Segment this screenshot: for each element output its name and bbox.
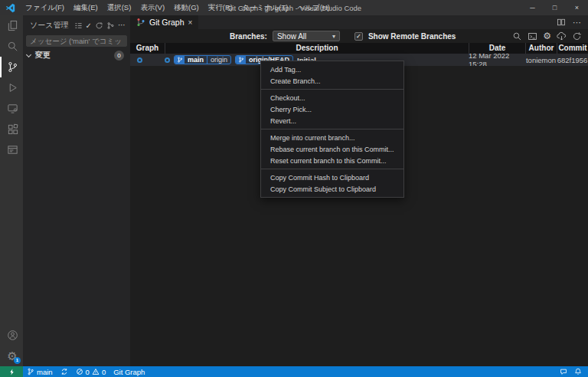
extension-panel-icon[interactable] <box>0 139 23 160</box>
column-description[interactable]: Description <box>165 43 469 54</box>
menu-item-revert[interactable]: Revert... <box>261 115 403 126</box>
dropdown-caret-icon: ▾ <box>332 33 335 40</box>
git-graph-tab-icon <box>136 18 145 27</box>
run-debug-icon[interactable] <box>0 77 23 98</box>
sync-icon <box>60 368 68 375</box>
warnings-icon <box>92 368 100 375</box>
commit-graph-cell <box>130 54 165 66</box>
commit-author: toniemon <box>525 54 557 66</box>
branches-label: Branches: <box>230 32 267 41</box>
git-graph-settings-icon[interactable]: ⚙ <box>543 31 551 41</box>
feedback-icon[interactable] <box>560 368 567 375</box>
menu-view[interactable]: 表示(V) <box>136 0 169 15</box>
more-actions-icon[interactable]: ⋯ <box>118 21 126 29</box>
fetch-remote-icon[interactable] <box>557 31 567 41</box>
status-git-graph[interactable]: Git Graph <box>109 366 149 377</box>
git-graph-toolbar: Branches: Show All ▾ ✓ Show Remote Branc… <box>130 29 588 43</box>
status-bar: main 0 0 Git Graph <box>0 366 588 377</box>
commit-check-icon[interactable]: ✓ <box>86 21 92 30</box>
git-graph-tools: ⚙ <box>512 29 582 43</box>
extensions-icon[interactable] <box>0 119 23 139</box>
commit-node-icon <box>137 57 142 63</box>
branch-ref-main[interactable]: main origin <box>174 55 231 64</box>
menu-go[interactable]: 移動(G) <box>169 0 204 15</box>
head-node-icon <box>165 57 170 63</box>
menu-separator <box>261 89 403 90</box>
menu-item-rebase[interactable]: Rebase current branch on this Commit... <box>261 143 403 155</box>
terminal-icon[interactable] <box>528 31 537 41</box>
branch-icon <box>27 368 34 375</box>
git-graph-action-icon[interactable] <box>106 21 115 30</box>
titlebar: ファイル(F) 編集(E) 選択(S) 表示(V) 移動(G) 実行(R) ター… <box>0 0 588 15</box>
tab-close-icon[interactable]: × <box>188 18 193 27</box>
errors-count: 0 <box>86 368 90 376</box>
menu-file[interactable]: ファイル(F) <box>21 0 69 15</box>
source-control-icon[interactable] <box>0 57 23 77</box>
split-editor-icon[interactable] <box>557 18 566 27</box>
menu-separator <box>261 169 403 169</box>
commit-date: 12 Mar 2022 15:28 <box>469 54 525 66</box>
menu-item-checkout[interactable]: Checkout... <box>261 92 403 103</box>
status-sync[interactable] <box>57 366 72 377</box>
status-git-graph-label: Git Graph <box>113 368 145 376</box>
sidebar-actions: ✓ ⋯ <box>74 21 126 30</box>
show-remote-branches-checkbox[interactable]: ✓ <box>354 32 363 41</box>
refresh-icon[interactable] <box>95 21 103 30</box>
menu-item-copy-hash[interactable]: Copy Commit Hash to Clipboard <box>261 172 403 183</box>
menu-item-reset[interactable]: Reset current branch to this Commit... <box>261 155 403 166</box>
remote-explorer-icon[interactable] <box>0 98 23 119</box>
window-title: Git Graph - git-graph - Visual Studio Co… <box>227 4 361 12</box>
minimize-button[interactable]: ─ <box>521 0 544 15</box>
branch-icon <box>236 55 246 64</box>
refresh-graph-icon[interactable] <box>572 31 582 41</box>
notifications-bell-icon[interactable] <box>574 368 582 375</box>
changes-label: 変更 <box>35 50 51 61</box>
sidebar-title: ソース管理 <box>30 20 68 31</box>
lightning-icon <box>8 368 15 376</box>
source-control-sidebar: ソース管理 ✓ ⋯ 変更 0 <box>23 15 130 366</box>
account-icon[interactable] <box>0 325 23 346</box>
changes-count-badge: 0 <box>114 51 124 61</box>
commit-message-input[interactable] <box>26 35 127 47</box>
settings-gear-icon[interactable]: ⚙ 1 <box>0 346 23 366</box>
tab-label: Git Graph <box>149 18 185 27</box>
activity-bar-top <box>0 15 23 160</box>
explorer-icon[interactable] <box>0 15 23 36</box>
tab-git-graph[interactable]: Git Graph × <box>130 15 198 29</box>
search-icon[interactable] <box>0 36 23 57</box>
status-branch[interactable]: main <box>23 366 57 377</box>
editor-more-actions-icon[interactable]: ⋯ <box>573 18 581 28</box>
column-commit[interactable]: Commit <box>557 43 588 54</box>
settings-badge: 1 <box>14 357 21 364</box>
ref-origin-label: origin <box>207 56 230 64</box>
view-and-sort-icon[interactable] <box>74 21 83 30</box>
errors-icon <box>76 368 83 375</box>
menu-edit[interactable]: 編集(E) <box>69 0 103 15</box>
menu-item-create-branch[interactable]: Create Branch... <box>261 75 403 87</box>
chevron-down-icon <box>26 51 31 57</box>
activity-bar: ⚙ 1 <box>0 15 23 366</box>
find-icon[interactable] <box>512 31 522 41</box>
show-remote-branches-label: Show Remote Branches <box>368 32 456 41</box>
ref-main-label: main <box>185 56 207 64</box>
maximize-button[interactable]: □ <box>544 0 566 15</box>
status-problems[interactable]: 0 0 <box>72 366 110 377</box>
close-button[interactable]: × <box>566 0 588 15</box>
column-author[interactable]: Author <box>525 43 557 54</box>
changes-section-header[interactable]: 変更 0 <box>23 49 130 61</box>
status-bar-right <box>560 368 588 375</box>
column-graph[interactable]: Graph <box>130 43 165 54</box>
branch-icon <box>175 55 185 64</box>
commit-context-menu: Add Tag... Create Branch... Checkout... … <box>260 61 404 198</box>
menu-item-add-tag[interactable]: Add Tag... <box>261 64 403 75</box>
remote-indicator[interactable] <box>0 366 23 377</box>
window-controls: ─ □ × <box>521 0 588 15</box>
branches-dropdown[interactable]: Show All ▾ <box>273 31 340 41</box>
menu-item-copy-subject[interactable]: Copy Commit Subject to Clipboard <box>261 183 403 195</box>
menu-item-cherry-pick[interactable]: Cherry Pick... <box>261 103 403 115</box>
menu-item-merge[interactable]: Merge into current branch... <box>261 132 403 143</box>
status-branch-label: main <box>37 368 53 376</box>
menu-selection[interactable]: 選択(S) <box>103 0 136 15</box>
warnings-count: 0 <box>102 368 106 376</box>
activity-bar-bottom: ⚙ 1 <box>0 325 23 366</box>
